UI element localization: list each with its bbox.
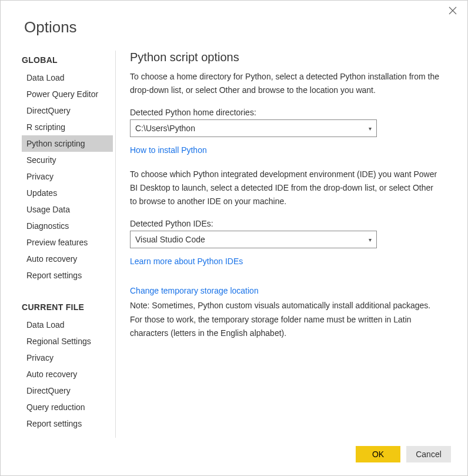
sidebar-header-global: GLOBAL [22, 51, 113, 69]
home-dir-dropdown[interactable]: C:\Users\Python ▾ [130, 119, 377, 137]
close-icon [449, 6, 457, 15]
chevron-down-icon: ▾ [369, 237, 372, 243]
ide-label: Detected Python IDEs: [130, 219, 442, 228]
sidebar-header-current-file: CURRENT FILE [22, 298, 113, 317]
sidebar-item-security[interactable]: Security [22, 152, 113, 168]
sidebar: GLOBAL Data Load Power Query Editor Dire… [22, 51, 116, 438]
sidebar-item-updates[interactable]: Updates [22, 185, 113, 201]
sidebar-item-diagnostics[interactable]: Diagnostics [22, 218, 113, 234]
home-dir-value: C:\Users\Python [135, 124, 195, 133]
cancel-button[interactable]: Cancel [406, 446, 451, 462]
sidebar-item-cf-auto-recovery[interactable]: Auto recovery [22, 366, 113, 382]
storage-note: Note: Sometimes, Python custom visuals a… [130, 299, 442, 339]
ide-dropdown[interactable]: Visual Studio Code ▾ [130, 231, 377, 248]
install-python-link[interactable]: How to install Python [130, 145, 207, 155]
sidebar-item-usage-data[interactable]: Usage Data [22, 201, 113, 218]
close-button[interactable] [449, 6, 460, 18]
content-heading: Python script options [130, 51, 442, 64]
sidebar-item-privacy[interactable]: Privacy [22, 168, 113, 185]
options-dialog: Options GLOBAL Data Load Power Query Edi… [0, 0, 468, 476]
change-storage-link[interactable]: Change temporary storage location [130, 286, 259, 295]
chevron-down-icon: ▾ [369, 125, 372, 132]
sidebar-item-data-load[interactable]: Data Load [22, 69, 113, 86]
intro-text: To choose a home directory for Python, s… [130, 70, 442, 97]
ok-button[interactable]: OK [356, 446, 400, 462]
sidebar-item-power-query-editor[interactable]: Power Query Editor [22, 86, 113, 102]
sidebar-item-cf-regional-settings[interactable]: Regional Settings [22, 333, 113, 349]
sidebar-item-cf-report-settings[interactable]: Report settings [22, 415, 113, 432]
sidebar-item-r-scripting[interactable]: R scripting [22, 119, 113, 135]
sidebar-item-cf-query-reduction[interactable]: Query reduction [22, 399, 113, 415]
sidebar-item-cf-privacy[interactable]: Privacy [22, 349, 113, 366]
dialog-title: Options [1, 1, 467, 51]
sidebar-item-preview-features[interactable]: Preview features [22, 234, 113, 251]
content-pane: Python script options To choose a home d… [116, 51, 456, 438]
sidebar-item-cf-directquery[interactable]: DirectQuery [22, 382, 113, 399]
home-dir-label: Detected Python home directories: [130, 108, 442, 117]
ide-value: Visual Studio Code [135, 235, 205, 244]
sidebar-item-python-scripting[interactable]: Python scripting [22, 135, 113, 152]
sidebar-item-auto-recovery[interactable]: Auto recovery [22, 251, 113, 267]
learn-ide-link[interactable]: Learn more about Python IDEs [130, 257, 243, 266]
dialog-footer: OK Cancel [1, 438, 467, 475]
sidebar-item-cf-data-load[interactable]: Data Load [22, 317, 113, 333]
sidebar-item-directquery[interactable]: DirectQuery [22, 102, 113, 119]
sidebar-item-report-settings[interactable]: Report settings [22, 267, 113, 284]
ide-intro-text: To choose which Python integrated develo… [130, 168, 442, 208]
